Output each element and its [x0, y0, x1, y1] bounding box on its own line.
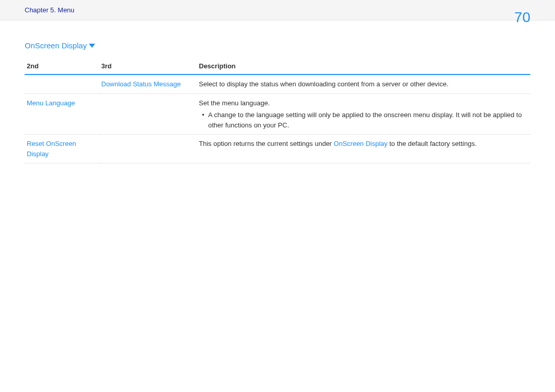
desc-link-text: OnScreen Display — [334, 140, 387, 147]
page-number: 70 — [514, 9, 530, 26]
column-header-description: Description — [197, 58, 530, 74]
bullet-item: A change to the language setting will on… — [199, 110, 528, 130]
table-row: Download Status Message Select to displa… — [25, 74, 530, 94]
cell-2nd: Menu Language — [25, 94, 99, 135]
desc-suffix: to the default factory settings. — [387, 140, 476, 147]
cell-3rd — [99, 135, 197, 163]
section-title-text: OnScreen Display — [25, 41, 87, 50]
table-header-row: 2nd 3rd Description — [25, 58, 530, 74]
chapter-title: Chapter 5. Menu — [25, 6, 75, 14]
table-row: Menu Language Set the menu language. A c… — [25, 94, 530, 135]
content-area: OnScreen Display 2nd 3rd Description Dow… — [0, 21, 555, 184]
cell-2nd: Reset OnScreen Display — [25, 135, 99, 163]
cell-description: This option returns the current settings… — [197, 135, 530, 163]
bullet-list: A change to the language setting will on… — [199, 110, 528, 130]
triangle-down-icon — [89, 44, 95, 48]
cell-description: Select to display the status when downlo… — [197, 74, 530, 94]
section-title: OnScreen Display — [25, 41, 530, 50]
cell-2nd — [25, 74, 99, 94]
menu-table: 2nd 3rd Description Download Status Mess… — [25, 58, 530, 163]
cell-3rd — [99, 94, 197, 135]
cell-description: Set the menu language. A change to the l… — [197, 94, 530, 135]
column-header-2nd: 2nd — [25, 58, 99, 74]
cell-3rd: Download Status Message — [99, 74, 197, 94]
table-row: Reset OnScreen Display This option retur… — [25, 135, 530, 163]
desc-main-text: Set the menu language. — [199, 99, 270, 107]
header-bar: Chapter 5. Menu — [0, 0, 555, 21]
desc-prefix: This option returns the current settings… — [199, 140, 334, 147]
column-header-3rd: 3rd — [99, 58, 197, 74]
